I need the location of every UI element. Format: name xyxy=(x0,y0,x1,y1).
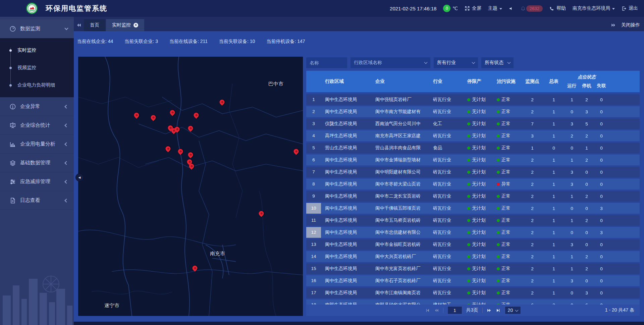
sidebar-subitem-label: 企业电力负荷明细 xyxy=(17,82,55,88)
notifications-button[interactable]: 2632 xyxy=(521,5,543,12)
cell-industry: 砖瓦行业 xyxy=(429,254,463,260)
table-row[interactable]: 14阆中生态环境局阆中大兴页岩机砖厂砖瓦行业无计划正常21120 xyxy=(306,251,640,262)
cell-region: 阆中生态环境局 xyxy=(321,254,371,260)
table-row[interactable]: 17阆中生态环境局阆中市江南镇阆南页岩砖瓦行业无计划正常21030 xyxy=(306,287,640,298)
table-row[interactable]: 6阆中生态环境局阆中市金博瑞新型墙材砖瓦行业无计划正常21120 xyxy=(306,155,640,165)
cell-meters: 1 xyxy=(543,194,565,199)
page-input[interactable] xyxy=(447,306,462,314)
table-row[interactable]: 5营山生态环境局营山县润丰肉食品有限食品无计划正常10010 xyxy=(306,143,640,153)
cell-points: 2 xyxy=(522,254,543,259)
top-header: 环保用电监管系统 2021-02-25 17:46:18 0 ℃ 全屏 主题 xyxy=(0,0,644,17)
close-operations-button[interactable]: 关闭操作 xyxy=(621,19,640,31)
sidebar-item-basic-data-management[interactable]: 基础数据管理 xyxy=(0,154,74,172)
close-tab-icon[interactable]: × xyxy=(133,23,138,28)
table-row[interactable]: 11阆中生态环境局阆中市五马桥页岩机砖砖瓦行业无计划正常21120 xyxy=(306,215,640,226)
cell-run: 0 xyxy=(565,109,579,114)
map[interactable]: 巴中市南充市遂宁市 xyxy=(78,57,303,316)
speaker-button[interactable] xyxy=(509,6,514,11)
status-dot-icon xyxy=(497,183,500,186)
table-row[interactable]: 10阆中生态环境局阆中千佛镇五郎垭页岩砖瓦行业无计划正常21003 xyxy=(306,203,640,214)
help-button[interactable]: 帮助 xyxy=(549,5,566,11)
sidebar-item-data-monitoring[interactable]: 数据监测 xyxy=(0,19,74,38)
status-dot-icon xyxy=(467,171,470,174)
cell-lost: 0 xyxy=(594,146,609,151)
table-row[interactable]: 16阆中生态环境局阆中市石子页岩机砖厂砖瓦行业无计划正常21300 xyxy=(306,275,640,286)
region-filter-select[interactable]: 行政区域名称 xyxy=(351,57,430,68)
column-header-stop: 停机 xyxy=(579,83,594,89)
status-filter-select[interactable]: 所有状态 xyxy=(481,57,514,68)
cell-points: 2 xyxy=(522,206,543,211)
first-page-button[interactable] xyxy=(425,308,430,313)
table-row[interactable]: 7阆中生态环境局阆中明阳建材有限公司砖瓦行业无计划正常21300 xyxy=(306,167,640,177)
cell-lost: 3 xyxy=(594,230,609,235)
app-window: 环保用电监管系统 2021-02-25 17:46:18 0 ℃ 全屏 主题 xyxy=(0,0,644,325)
cell-industry: 砖瓦行业 xyxy=(429,278,463,284)
sidebar-subitem-realtime-monitor[interactable]: 实时监控 xyxy=(0,42,74,59)
speaker-icon xyxy=(509,6,514,11)
tabs-scroll-right-button[interactable] xyxy=(608,19,619,31)
cell-limit-status: 无计划 xyxy=(463,217,493,223)
cell-lost: 0 xyxy=(594,170,609,175)
cell-industry: 砖瓦行业 xyxy=(429,181,463,187)
table-row[interactable]: 18南部生态环境局南部县砂华水泥有限公建材加工无计划正常62060 xyxy=(306,300,640,305)
cell-lost: 0 xyxy=(594,158,609,163)
theme-button[interactable]: 主题 xyxy=(488,5,502,11)
page-size-select[interactable]: 20 xyxy=(505,306,521,314)
org-dropdown[interactable]: 南充市生态环境局 xyxy=(573,5,615,11)
cell-facility-status: 正常 xyxy=(493,193,522,199)
row-number: 9 xyxy=(306,191,321,202)
cell-lost: 0 xyxy=(594,278,609,283)
cell-limit-status: 无计划 xyxy=(463,278,493,284)
table-row[interactable]: 13阆中生态环境局阆中市金福旺页岩机砖砖瓦行业无计划正常21300 xyxy=(306,239,640,250)
cell-meters: 1 xyxy=(543,121,565,126)
cell-industry: 砖瓦行业 xyxy=(429,193,463,199)
cell-facility-status: 正常 xyxy=(493,109,522,115)
cell-run: 3 xyxy=(565,170,579,175)
sidebar-item-enterprise-statistics[interactable]: 企业综合统计 xyxy=(0,116,74,135)
cell-region: 阆中生态环境局 xyxy=(321,193,371,199)
prev-page-button[interactable] xyxy=(434,308,439,313)
name-filter-input[interactable] xyxy=(306,57,347,68)
sidebar-item-power-usage-analysis[interactable]: 企业用电量分析 xyxy=(0,135,74,154)
table-row[interactable]: 3仪陇生态环境局西南油气田分公司川中化工无计划正常71350 xyxy=(306,118,640,129)
cell-industry: 砖瓦行业 xyxy=(429,217,463,223)
table-row[interactable]: 8阆中生态环境局阆中市枣碧大梁山页岩砖瓦行业无计划异常21300 xyxy=(306,179,640,189)
industry-filter-select[interactable]: 所有行业 xyxy=(434,57,478,68)
bar-chart-icon xyxy=(9,141,16,148)
logout-button[interactable]: 退出 xyxy=(622,5,638,11)
row-number: 17 xyxy=(306,287,321,298)
next-page-button[interactable] xyxy=(487,308,492,313)
table-row[interactable]: 9阆中生态环境局阆中市二龙长宝页岩砖砖瓦行业无计划正常21120 xyxy=(306,191,640,202)
cell-facility-status: 正常 xyxy=(493,205,522,211)
sidebar-item-log-view[interactable]: 日志查看 xyxy=(0,191,74,210)
sidebar-item-emergency-reduction[interactable]: 应急减排管理 xyxy=(0,172,74,191)
table-row[interactable]: 15阆中生态环境局阆中市光富页岩机砖厂砖瓦行业无计划正常21120 xyxy=(306,263,640,274)
last-page-button[interactable] xyxy=(496,308,501,313)
tab-home[interactable]: 首页 xyxy=(84,19,105,31)
cell-company: 阆中市南方节能建材有 xyxy=(371,109,429,115)
map-collapse-button[interactable]: ◀ xyxy=(75,173,84,181)
sidebar-subitem-power-load-detail[interactable]: 企业电力负荷明细 xyxy=(0,76,74,94)
cell-facility-status: 正常 xyxy=(493,254,522,260)
cell-run: 1 xyxy=(565,266,579,271)
status-dot-icon xyxy=(497,207,500,210)
prev-page-icon xyxy=(434,308,439,313)
table-row[interactable]: 1阆中生态环境局阆中强锐页岩砖厂砖瓦行业无计划正常21120 xyxy=(306,94,640,105)
tabs-scroll-left-button[interactable] xyxy=(74,19,84,31)
table-row[interactable]: 2阆中生态环境局阆中市南方节能建材有砖瓦行业无计划正常21030 xyxy=(306,106,640,117)
table-row[interactable]: 4高坪生态环境局南充市高坪区王家店建砖瓦行业无计划正常31220 xyxy=(306,130,640,141)
table-row[interactable]: 12阆中生态环境局阆中市忠信建材有限公砖瓦行业无计划正常21003 xyxy=(306,227,640,238)
cell-region: 仪陇生态环境局 xyxy=(321,121,371,127)
sidebar-item-enterprise-abnormal[interactable]: 企业异常 xyxy=(0,97,74,116)
cell-facility-status: 正常 xyxy=(493,290,522,296)
cell-points: 2 xyxy=(522,182,543,187)
tab-realtime-monitor[interactable]: 实时监控 × xyxy=(106,19,144,31)
cell-industry: 砖瓦行业 xyxy=(429,97,463,103)
stats-bar: 当前在线企业44 当前失联企业3 当前在线设备211 当前失联设备10 当前停机… xyxy=(74,36,644,47)
cell-meters: 1 xyxy=(543,242,565,247)
cell-meters: 1 xyxy=(543,97,565,102)
chevron-down-icon xyxy=(424,61,428,64)
sidebar-subitem-video-monitor[interactable]: 视频监控 xyxy=(0,59,74,76)
fullscreen-button[interactable]: 全屏 xyxy=(465,5,481,11)
cell-facility-status: 正常 xyxy=(493,169,522,175)
